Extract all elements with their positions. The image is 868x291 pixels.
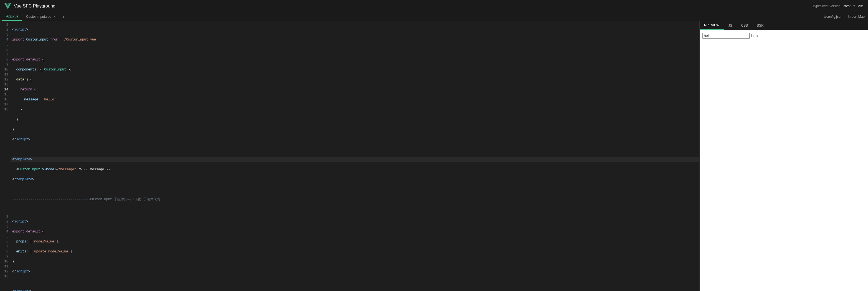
file-tab-app[interactable]: App.vue (2, 12, 22, 21)
file-tab-label: CustomInput.vue (26, 15, 51, 19)
code-content[interactable]: <script> export default { props: ['model… (11, 213, 700, 291)
output-tabs: PREVIEW JS CSS SSR (700, 21, 868, 30)
output-pane: PREVIEW JS CSS SSR hello (700, 21, 868, 291)
import-map-link[interactable]: Import Map (848, 15, 865, 19)
code-content[interactable]: <script> import CustomInput from './Cust… (11, 21, 700, 213)
line-gutter: 12345678910111213 (0, 213, 11, 291)
file-tab-label: App.vue (6, 14, 18, 18)
ts-version-value[interactable]: latest (843, 4, 851, 8)
tsconfig-link[interactable]: tsconfig.json (824, 15, 842, 19)
dropdown-caret-icon[interactable]: ▼ (853, 4, 856, 7)
preview-input[interactable] (703, 33, 750, 38)
vue-logo-icon (4, 3, 11, 9)
tabs-row: App.vue CustomInput.vue × + tsconfig.jso… (0, 12, 868, 21)
vue-version-partial: Vue (858, 4, 864, 8)
output-tab-js[interactable]: JS (724, 21, 737, 30)
line-gutter: 123456789101112131415161718 (0, 21, 11, 213)
output-tab-ssr[interactable]: SSR (752, 21, 768, 30)
preview-content: hello (700, 30, 868, 291)
output-tab-css[interactable]: CSS (737, 21, 752, 30)
preview-text: hello (751, 34, 760, 38)
divider-comment: ---------------------------------------C… (11, 197, 700, 202)
ts-version-label: TypeScript Version (812, 4, 840, 8)
app-header: Vue SFC Playground TypeScript Version la… (0, 0, 868, 12)
file-tabs: App.vue CustomInput.vue × + (2, 12, 67, 21)
add-tab-button[interactable]: + (60, 14, 67, 19)
close-icon[interactable]: × (54, 14, 56, 19)
right-links: tsconfig.json Import Map (824, 15, 866, 19)
app-title: Vue SFC Playground (14, 4, 56, 9)
output-tab-preview[interactable]: PREVIEW (700, 21, 724, 30)
code-editor[interactable]: 123456789101112131415161718 <script> imp… (0, 21, 700, 291)
file-tab-custominput[interactable]: CustomInput.vue × (22, 12, 60, 21)
